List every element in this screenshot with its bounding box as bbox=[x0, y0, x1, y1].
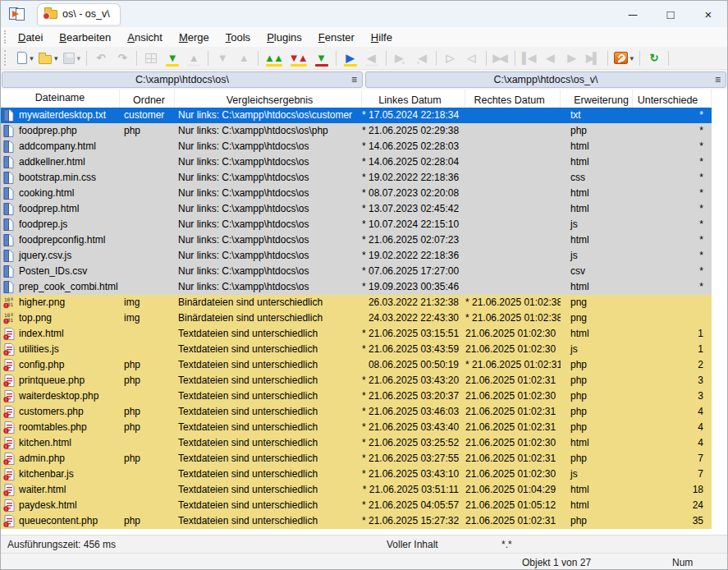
file-row-jquery.csv.js[interactable]: jquery.csv.jsNur links: C:\xampp\htdocs\… bbox=[1, 248, 712, 264]
left-date-cell: * 21.06.2025 02:29:38 bbox=[362, 123, 465, 139]
menubar-grip[interactable] bbox=[4, 30, 10, 44]
undo-button[interactable]: ↶ bbox=[91, 48, 111, 68]
right-date-cell: 21.06.2025 01:02:31 bbox=[465, 373, 561, 388]
minimize-button[interactable]: ─ bbox=[614, 1, 652, 27]
column-header-ordner[interactable]: Ordner bbox=[120, 90, 175, 108]
file-row-Posten_IDs.csv[interactable]: Posten_IDs.csvNur links: C:\xampp\htdocs… bbox=[1, 264, 712, 279]
file-row-addcompany.html[interactable]: addcompany.htmlNur links: C:\xampp\htdoc… bbox=[1, 139, 712, 154]
left-date-cell: * 21.06.2025 04:05:57 bbox=[362, 498, 465, 513]
copy-right-folder-button[interactable]: ▷ bbox=[441, 48, 460, 68]
menu-datei[interactable]: Datei bbox=[10, 30, 51, 45]
file-name: queuecontent.php bbox=[19, 513, 98, 529]
redo-button[interactable]: ↷ bbox=[112, 48, 132, 68]
prev-file-button[interactable]: ◀ bbox=[541, 48, 561, 68]
first-diff-button[interactable]: ▲▲ bbox=[263, 48, 286, 68]
file-row-foodprep.html[interactable]: foodprep.htmlNur links: C:\xampp\htdocs\… bbox=[1, 201, 712, 217]
file-row-addkellner.html[interactable]: addkellner.htmlNur links: C:\xampp\htdoc… bbox=[1, 154, 712, 170]
copy-left-advance-button[interactable]: ˳◀ bbox=[412, 48, 432, 68]
compare-result-cell: Textdateien sind unterschiedlich bbox=[175, 451, 362, 467]
next-conflict-icon: ▼ bbox=[217, 53, 228, 63]
next-file-button[interactable]: ▶ bbox=[562, 48, 582, 68]
options-button[interactable]: ▾ bbox=[612, 48, 636, 68]
toolbar-separator bbox=[639, 51, 640, 66]
menu-ansicht[interactable]: Ansicht bbox=[119, 30, 171, 45]
menu-fenster[interactable]: Fenster bbox=[310, 30, 363, 45]
differences-cell: 4 bbox=[633, 404, 712, 420]
file-row-paydesk.html[interactable]: !paydesk.htmlTextdateien sind unterschie… bbox=[1, 498, 712, 513]
file-row-mywaiterdesktop.txt[interactable]: mywaiterdesktop.txtcustomerNur links: C:… bbox=[1, 108, 712, 123]
column-header-dateiname[interactable]: Dateiname bbox=[1, 90, 120, 108]
file-row-cooking.html[interactable]: cooking.htmlNur links: C:\xampp\htdocs\o… bbox=[1, 186, 712, 201]
view-change-pane-button[interactable] bbox=[141, 48, 161, 68]
swap-panes-button[interactable]: ▶◀ bbox=[491, 48, 511, 68]
file-row-admin.php[interactable]: !admin.phpphpTextdateien sind unterschie… bbox=[1, 451, 712, 467]
column-header-unterschiede[interactable]: ˆUnterschiede bbox=[633, 90, 712, 108]
save-button[interactable]: ▾ bbox=[62, 48, 83, 68]
column-header-erweiterung[interactable]: Erweiterung bbox=[561, 90, 633, 108]
open-button[interactable]: ▾ bbox=[37, 48, 60, 68]
file-row-kitchen.html[interactable]: !kitchen.htmlTextdateien sind unterschie… bbox=[1, 435, 712, 451]
prev-conflict-button[interactable]: ▲ bbox=[234, 48, 254, 68]
first-file-button[interactable]: ▌◀ bbox=[520, 48, 539, 68]
differences-cell: 4 bbox=[633, 435, 712, 451]
close-button[interactable]: × bbox=[689, 1, 727, 27]
last-diff-button[interactable]: ▼ bbox=[312, 48, 332, 68]
right-date-cell bbox=[465, 264, 561, 279]
file-row-waiterdesktop.php[interactable]: !waiterdesktop.phpTextdateien sind unter… bbox=[1, 388, 712, 404]
file-name: config.php bbox=[19, 357, 64, 373]
right-path-header[interactable]: C:\xampp\htdocs\os_v\ ≡ bbox=[365, 71, 726, 88]
new-file-button[interactable]: ▾ bbox=[16, 48, 35, 68]
copy-right-advance-button[interactable]: ▶˳ bbox=[391, 48, 410, 68]
file-row-utilities.js[interactable]: !utilities.jsTextdateien sind unterschie… bbox=[1, 342, 712, 357]
menu-tools[interactable]: Tools bbox=[217, 30, 259, 45]
file-row-foodprepconfig.html[interactable]: foodprepconfig.htmlNur links: C:\xampp\h… bbox=[1, 232, 712, 248]
copy-left-button[interactable]: ◀ bbox=[362, 48, 382, 68]
column-header-rechtes-datum[interactable]: Rechtes Datum bbox=[465, 90, 561, 108]
dropdown-arrow-icon[interactable]: ▾ bbox=[54, 54, 58, 62]
file-row-top.png[interactable]: 10001!top.pngimgBinärdateien sind unters… bbox=[1, 310, 712, 326]
file-row-higher.png[interactable]: 10001!higher.pngimgBinärdateien sind unt… bbox=[1, 295, 712, 310]
column-header-linkes-datum[interactable]: Linkes Datum bbox=[362, 90, 465, 108]
copy-right-button[interactable]: ▶ bbox=[341, 48, 360, 68]
file-row-queuecontent.php[interactable]: !queuecontent.phpphpTextdateien sind unt… bbox=[1, 513, 712, 529]
current-diff-button[interactable]: ▼▲ bbox=[287, 48, 310, 68]
folder-cell: img bbox=[120, 310, 175, 326]
file-row-foodprep.js[interactable]: foodprep.jsNur links: C:\xampp\htdocs\os… bbox=[1, 217, 712, 232]
file-row-index.html[interactable]: !index.htmlTextdateien sind unterschiedl… bbox=[1, 326, 712, 342]
file-name: waiterdesktop.php bbox=[19, 388, 98, 404]
file-row-config.php[interactable]: !config.phpphpTextdateien sind unterschi… bbox=[1, 357, 712, 373]
file-row-waiter.html[interactable]: !waiter.htmlTextdateien sind unterschied… bbox=[1, 482, 712, 498]
menu-bearbeiten[interactable]: Bearbeiten bbox=[51, 30, 119, 45]
dropdown-arrow-icon[interactable]: ▾ bbox=[30, 54, 34, 62]
file-row-bootstrap.min.css[interactable]: bootstrap.min.cssNur links: C:\xampp\htd… bbox=[1, 170, 712, 186]
menu-merge[interactable]: Merge bbox=[171, 30, 217, 45]
right-date-cell: 21.06.2025 01:02:30 bbox=[465, 342, 561, 357]
menu-hilfe[interactable]: Hilfe bbox=[363, 30, 401, 45]
toolbar-grip[interactable] bbox=[4, 50, 10, 66]
maximize-button[interactable]: □ bbox=[652, 1, 689, 27]
text-diff-file-icon: ! bbox=[3, 484, 15, 496]
menu-plugins[interactable]: Plugins bbox=[259, 30, 310, 45]
next-diff-button[interactable]: ▼ bbox=[163, 48, 182, 68]
left-path-menu-icon[interactable]: ≡ bbox=[351, 72, 357, 87]
file-row-printqueue.php[interactable]: !printqueue.phpphpTextdateien sind unter… bbox=[1, 373, 712, 388]
file-row-prep_cook_combi.html[interactable]: prep_cook_combi.htmlNur links: C:\xampp\… bbox=[1, 279, 712, 295]
prev-diff-button[interactable]: ▲ bbox=[184, 48, 204, 68]
extension-cell: php bbox=[561, 513, 633, 529]
file-row-kitchenbar.js[interactable]: !kitchenbar.jsTextdateien sind unterschi… bbox=[1, 467, 712, 482]
copy-left-folder-button[interactable]: ◁ bbox=[462, 48, 482, 68]
compare-tab[interactable]: os\ - os_v\ bbox=[37, 3, 121, 25]
file-row-roomtables.php[interactable]: !roomtables.phpphpTextdateien sind unter… bbox=[1, 420, 712, 435]
left-path-header[interactable]: C:\xampp\htdocs\os\ ≡ bbox=[2, 71, 363, 88]
last-file-button[interactable]: ▶▌ bbox=[584, 48, 603, 68]
file-row-customers.php[interactable]: !customers.phpphpTextdateien sind unters… bbox=[1, 404, 712, 420]
right-date-cell bbox=[465, 170, 561, 186]
dropdown-arrow-icon[interactable]: ▾ bbox=[77, 54, 81, 62]
next-conflict-button[interactable]: ▼ bbox=[213, 48, 232, 68]
file-row-foodprep.php[interactable]: foodprep.phpphpNur links: C:\xampp\htdoc… bbox=[1, 123, 712, 139]
column-header-vergleichsergebnis[interactable]: Vergleichsergebnis bbox=[175, 90, 362, 108]
dropdown-arrow-icon[interactable]: ▾ bbox=[630, 54, 634, 62]
right-path-menu-icon[interactable]: ≡ bbox=[715, 72, 721, 87]
compare-result-cell: Textdateien sind unterschiedlich bbox=[175, 404, 362, 420]
refresh-button[interactable]: ↻ bbox=[644, 48, 664, 68]
